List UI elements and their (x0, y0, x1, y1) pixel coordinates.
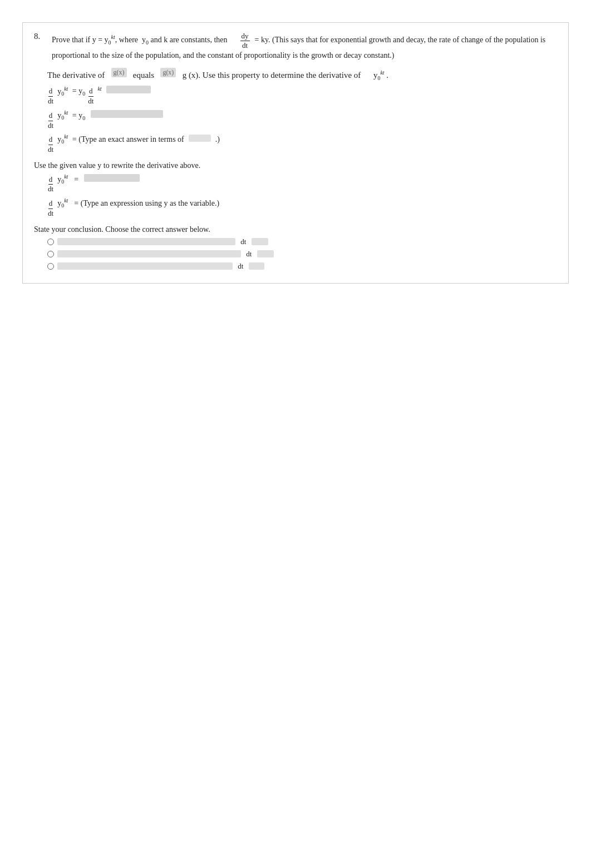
page-container: 8. Prove that if y = y0kt, where y0 and … (0, 0, 591, 868)
option-c-text (57, 262, 233, 270)
option-a-dt: dt (239, 237, 246, 246)
option-c[interactable]: dt (47, 262, 557, 271)
option-c-suffix (249, 262, 264, 270)
conclusion-label: State your conclusion. Choose the correc… (34, 225, 557, 234)
option-b-text (57, 250, 241, 257)
rewrite-steps: d dt y0kt = d dt y0kt = (Type an express… (47, 173, 557, 219)
d-dt-op-1: d dt (47, 87, 54, 106)
math-steps: d dt y0kt = y0 d dt kt d dt y0kt (47, 86, 557, 155)
property-text: g (x). Use this property to determine th… (183, 71, 361, 80)
blurred-2 (91, 110, 163, 118)
problem-box: 8. Prove that if y = y0kt, where y0 and … (22, 22, 569, 284)
option-b[interactable]: dt (47, 250, 557, 259)
derivative-of-text: The derivative of (47, 71, 105, 80)
radio-a[interactable] (47, 239, 54, 245)
problem-header: 8. Prove that if y = y0kt, where y0 and … (34, 32, 557, 62)
option-a-suffix (252, 238, 268, 245)
radio-b[interactable] (47, 251, 54, 257)
y0-kt-final: y0kt (373, 71, 385, 80)
math-line-1: d dt y0kt = y0 d dt kt (47, 86, 557, 106)
answer-blank-1[interactable] (189, 135, 211, 142)
math-line-2: d dt y0kt = y0 (47, 110, 557, 130)
problem-number: 8. (34, 32, 47, 41)
d-dt-op-3: d dt (47, 111, 54, 131)
radio-c[interactable] (47, 263, 54, 270)
derivative-property-section: The derivative of g(x) equals g(x) g (x)… (47, 68, 557, 81)
option-b-suffix (257, 250, 274, 257)
d-dt-op-4: d dt (47, 135, 54, 155)
rewrite-line-2: d dt y0kt = (Type an expression using y … (47, 197, 557, 218)
d-dt-rw-1: d dt (47, 175, 54, 195)
gx-label2: g(x) (160, 68, 176, 77)
problem-text: Prove that if y = y0kt, where y0 and k a… (52, 32, 557, 62)
option-b-dt: dt (244, 250, 252, 259)
intro-text: Prove that if y = y0kt, where y0 and k a… (52, 36, 237, 44)
d-dt-op-2: d dt (87, 87, 94, 106)
blurred-1 (106, 86, 151, 93)
period: . (386, 71, 388, 80)
option-a-text (57, 238, 235, 245)
option-a[interactable]: dt (47, 237, 557, 246)
radio-options: dt dt dt (47, 237, 557, 271)
gx-label1: g(x) (111, 68, 127, 77)
blurred-rw-1 (84, 174, 140, 182)
rewrite-line-1: d dt y0kt = (47, 173, 557, 194)
equals-text: equals (133, 71, 154, 80)
dy-dt-fraction: dy dt (240, 32, 250, 49)
math-line-3: d dt y0kt = (Type an exact answer in ter… (47, 133, 557, 154)
d-dt-rw-2: d dt (47, 199, 54, 219)
rewrite-label: Use the given value y to rewrite the der… (34, 161, 557, 170)
option-c-dt: dt (236, 262, 243, 271)
